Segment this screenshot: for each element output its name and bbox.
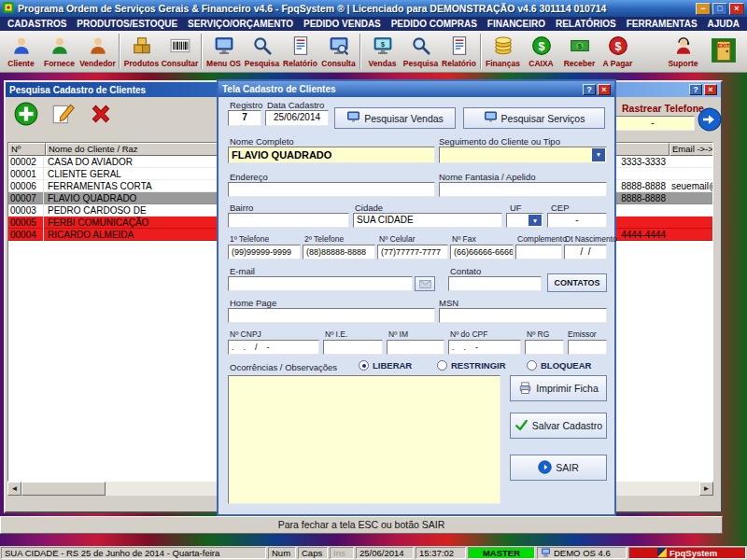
pesquisar-servicos-button[interactable]: Pesquisar Serviços [463,107,605,129]
sales-monitor-icon: $ [373,35,393,58]
help-button[interactable]: ? [583,84,596,95]
column-header-email[interactable]: Email ->->-> [669,143,713,156]
edit-record-button[interactable] [50,101,77,127]
cpf-field[interactable]: . . - [448,340,521,355]
status-insert: Ins [330,547,354,559]
nascimento-field[interactable]: / / [564,245,607,259]
toolbar-caixa-button[interactable]: $ CAIXA [522,33,560,71]
maximize-button[interactable]: □ [712,3,727,15]
chevron-down-icon[interactable]: ▼ [592,148,605,161]
close-icon[interactable]: × [598,84,611,95]
add-record-button[interactable] [13,101,39,127]
msn-field[interactable] [439,308,607,323]
toolbar-separator [359,34,361,69]
toolbar-relatorio-vendas-button[interactable]: Relatório [440,33,478,71]
toolbar-pesquisa-os-button[interactable]: Pesquisa [243,33,281,71]
help-button[interactable]: ? [689,84,702,95]
toolbar-consultar-button[interactable]: Consultar [161,33,199,71]
seguimento-dropdown[interactable]: COMERCIO ▼ [439,147,607,163]
toolbar-receber-button[interactable]: $ Receber [560,33,599,71]
im-field[interactable] [387,340,444,355]
imprimir-ficha-button[interactable]: Imprimir Ficha [510,375,607,401]
nome-completo-field[interactable]: FLAVIO QUADRADO [228,147,435,163]
radio-icon [437,360,447,371]
toolbar-sair-button[interactable]: EXIT [702,33,745,71]
column-header-num[interactable]: Nº [8,143,46,156]
dialog-title-bar[interactable]: Tela Cadastro de Clientes ? × [218,81,614,97]
fantasia-field[interactable] [439,182,607,197]
toolbar-financas-button[interactable]: Finanças [484,33,522,71]
uf-dropdown[interactable]: RS ▼ [506,213,543,228]
telefone2-field[interactable]: (88)88888-8888 [303,245,375,259]
cidade-field[interactable]: SUA CIDADE [353,213,502,228]
menu-pedido-compras[interactable]: PEDIDO COMPRAS [391,19,477,29]
menu-ferramentas[interactable]: FERRAMENTAS [627,19,698,29]
menu-produtos-estoque[interactable]: PRODUTOS/ESTOQUE [77,19,177,29]
radio-liberar[interactable]: LIBERAR [359,360,412,371]
toolbar-consulta-button[interactable]: Consulta [319,33,358,71]
im-label: Nº IM [388,329,408,339]
toolbar-a-pagar-button[interactable]: $ A Pagar [599,33,637,71]
telefone1-field[interactable]: (99)99999-9999 [228,245,301,259]
delete-record-button[interactable] [88,101,114,127]
toolbar-cliente-button[interactable]: Cliente [2,33,40,71]
sair-button[interactable]: SAIR [510,455,607,481]
complemento-field[interactable] [515,245,562,259]
email-field[interactable] [228,276,413,291]
close-button[interactable]: × [729,3,744,15]
contato-field[interactable] [448,276,542,291]
celular-field[interactable]: (77)77777-7777 [377,245,448,259]
toolbar-vendas-button[interactable]: $ Vendas [363,33,402,71]
menu-pedido-vendas[interactable]: PEDIDO VENDAS [303,19,381,29]
title-bar[interactable]: Programa Ordem de Serviços Gerais & Fina… [0,0,747,17]
salvar-cadastro-button[interactable]: Salvar Cadastro [510,413,607,439]
homepage-field[interactable] [228,308,435,323]
dialog-title: Tela Cadastro de Clientes [222,84,581,94]
column-header-name[interactable]: Nome do Cliente / Raz [46,143,221,156]
toolbar-fornecedor-button[interactable]: Fornece [40,33,78,71]
observacoes-textarea[interactable] [228,375,500,504]
rg-field[interactable] [525,340,564,355]
toolbar-produtos-button[interactable]: Produtos [122,33,161,71]
toolbar-relatorio-os-button[interactable]: Relatório [281,33,319,71]
menu-ajuda[interactable]: AJUDA [707,19,739,29]
coins-icon [493,35,514,58]
data-cadastro-field[interactable]: 25/06/2014 [265,110,329,126]
pesquisar-vendas-button[interactable]: Pesquisar Vendas [334,107,456,129]
endereco-field[interactable] [228,182,435,197]
cash-icon: $ [531,35,552,58]
scroll-right-icon[interactable]: ► [699,482,713,496]
toolbar-label: Pesquisa [245,59,279,68]
status-bar: SUA CIDADE - RS 25 de Junho de 2014 - Qu… [0,546,747,560]
toolbar-pesquisa-vendas-button[interactable]: Pesquisa [402,33,440,71]
menu-relatorios[interactable]: RELATÓRIOS [556,19,616,29]
bairro-field[interactable] [228,213,349,228]
ie-field[interactable] [323,340,383,355]
cnpj-field[interactable]: . . / - [228,340,319,355]
close-icon[interactable]: × [704,84,717,95]
cep-field[interactable]: - [547,213,607,228]
products-icon [132,35,152,58]
minimize-button[interactable]: − [696,3,711,15]
send-email-button[interactable] [415,276,435,291]
chevron-down-icon[interactable]: ▼ [529,215,542,226]
rastrear-telefone-input[interactable]: - [611,116,695,131]
toolbar-vendedor-button[interactable]: Vendedor [78,33,117,71]
toolbar-suporte-button[interactable]: Suporte [664,33,702,71]
radio-bloquear[interactable]: BLOQUEAR [527,360,591,371]
menu-cadastros[interactable]: CADASTROS [7,19,66,29]
menu-financeiro[interactable]: FINANCEIRO [487,19,545,29]
rastrear-go-button[interactable] [698,107,722,132]
report-icon [290,35,311,58]
scroll-left-icon[interactable]: ◄ [7,482,21,496]
registro-field[interactable]: 7 [228,110,261,126]
contatos-button[interactable]: CONTATOS [547,273,607,292]
menu-servico-orcamento[interactable]: SERVIÇO/ORÇAMENTO [188,19,293,29]
brand-icon [657,548,667,559]
scrollbar-thumb[interactable] [21,482,106,496]
fax-field[interactable]: (66)66666-6666 [450,245,514,259]
toolbar-menu-os-button[interactable]: Menu OS [204,33,243,71]
radio-restringir[interactable]: RESTRINGIR [437,360,506,371]
toolbar: Cliente Fornece Vendedor Produtos Consul… [0,31,747,73]
emissor-field[interactable] [568,340,607,355]
